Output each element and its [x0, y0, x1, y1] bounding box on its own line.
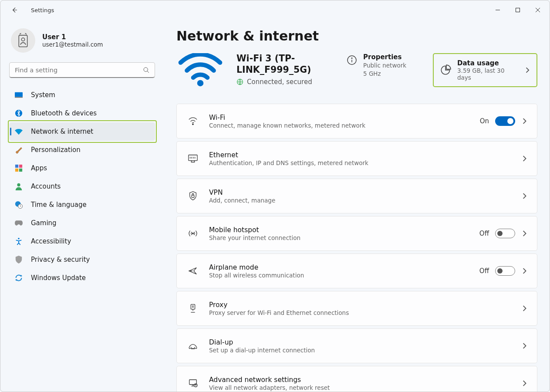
proxy-icon — [186, 304, 199, 313]
close-button[interactable] — [528, 3, 548, 17]
svg-point-22 — [192, 233, 194, 234]
chevron-right-icon — [524, 67, 530, 73]
sidebar-item-label: Accessibility — [31, 237, 71, 245]
chevron-right-icon — [521, 118, 527, 124]
card-title: Advanced network settings — [209, 376, 330, 384]
connection-name: Wi-Fi 3 (TP-LINK_F999_5G) — [236, 53, 334, 75]
svg-rect-8 — [19, 165, 22, 168]
search-icon — [143, 67, 150, 74]
card-sub: Set up a dial-up internet connection — [209, 347, 315, 354]
sidebar-item-accessibility[interactable]: Accessibility — [9, 232, 155, 250]
monitor-icon — [14, 91, 23, 99]
back-icon[interactable] — [11, 7, 18, 14]
sidebar-item-label: Windows Update — [31, 274, 86, 282]
svg-rect-9 — [15, 169, 18, 172]
chevron-right-icon — [521, 193, 527, 199]
shield-icon — [14, 255, 23, 264]
bluetooth-icon — [14, 109, 23, 118]
ethernet-icon — [186, 154, 199, 163]
svg-point-18 — [351, 58, 352, 59]
accessibility-icon — [14, 237, 23, 246]
wifi-icon — [186, 116, 199, 126]
airplane-icon — [186, 266, 199, 276]
sidebar-item-network[interactable]: Network & internet — [9, 122, 155, 141]
properties-block[interactable]: Properties Public network 5 GHz — [347, 53, 421, 78]
svg-point-2 — [21, 38, 24, 41]
advanced-icon — [186, 378, 199, 388]
svg-rect-0 — [516, 8, 520, 12]
hotspot-toggle[interactable] — [495, 229, 515, 238]
sidebar-item-windows-update[interactable]: Windows Update — [9, 269, 155, 287]
card-title: Wi-Fi — [209, 114, 365, 122]
app-name: Settings — [31, 7, 54, 14]
hotspot-icon — [186, 229, 199, 238]
person-icon — [14, 182, 23, 191]
sidebar-item-label: Apps — [31, 164, 47, 172]
card-mobile-hotspot[interactable]: Mobile hotspot Share your internet conne… — [176, 216, 537, 251]
info-icon — [347, 55, 357, 65]
main-panel: Network & internet Wi-Fi 3 (TP-LINK_F999… — [162, 20, 550, 392]
avatar — [11, 28, 35, 53]
sidebar-item-label: Gaming — [31, 219, 57, 227]
cards: Wi-Fi Connect, manage known networks, me… — [176, 104, 537, 392]
search-wrap — [9, 62, 155, 78]
svg-point-25 — [192, 348, 193, 349]
search-input[interactable] — [9, 62, 155, 78]
maximize-button[interactable] — [508, 3, 528, 17]
card-title: VPN — [209, 189, 275, 196]
profile-email: user1@testmail.com — [42, 41, 103, 48]
sidebar-item-privacy[interactable]: Privacy & security — [9, 250, 155, 269]
card-proxy[interactable]: Proxy Proxy server for Wi-Fi and Etherne… — [176, 291, 537, 326]
chevron-right-icon — [521, 230, 527, 237]
update-icon — [14, 274, 23, 282]
profile-block[interactable]: User 1 user1@testmail.com — [9, 27, 155, 62]
profile-name: User 1 — [42, 33, 103, 41]
svg-rect-7 — [15, 165, 18, 168]
brush-icon — [14, 145, 23, 154]
globe-secure-icon — [236, 78, 243, 85]
sidebar-item-label: Personalization — [31, 146, 81, 154]
chevron-right-icon — [521, 268, 527, 274]
gamepad-icon — [14, 219, 23, 227]
svg-point-3 — [144, 68, 148, 71]
connection-block[interactable]: Wi-Fi 3 (TP-LINK_F999_5G) Connected, sec… — [236, 53, 334, 86]
sidebar-item-label: Bluetooth & devices — [31, 109, 97, 117]
pie-icon — [440, 64, 451, 76]
toggle-label: Off — [479, 267, 489, 275]
wifi-toggle[interactable] — [495, 116, 515, 126]
data-usage-block[interactable]: Data usage 3.59 GB, last 30 days — [433, 53, 537, 87]
properties-title: Properties — [363, 53, 406, 61]
card-ethernet[interactable]: Ethernet Authentication, IP and DNS sett… — [176, 141, 537, 176]
chevron-right-icon — [521, 343, 527, 349]
card-title: Ethernet — [209, 151, 368, 159]
apps-icon — [14, 164, 23, 172]
sidebar-item-accounts[interactable]: Accounts — [9, 177, 155, 196]
card-wifi[interactable]: Wi-Fi Connect, manage known networks, me… — [176, 104, 537, 139]
card-sub: Stop all wireless communication — [209, 272, 304, 279]
sidebar-item-personalization[interactable]: Personalization — [9, 141, 155, 159]
wifi-large-icon — [176, 53, 224, 87]
sidebar-item-apps[interactable]: Apps — [9, 159, 155, 177]
svg-rect-23 — [191, 304, 195, 309]
sidebar-item-gaming[interactable]: Gaming — [9, 214, 155, 232]
sidebar-item-bluetooth[interactable]: Bluetooth & devices — [9, 104, 155, 122]
page-title: Network & internet — [176, 28, 537, 44]
toggle-label: Off — [479, 230, 489, 237]
sidebar-item-time-language[interactable]: Time & language — [9, 196, 155, 214]
status-row: Wi-Fi 3 (TP-LINK_F999_5G) Connected, sec… — [176, 53, 537, 87]
card-title: Mobile hotspot — [209, 226, 300, 234]
card-advanced[interactable]: Advanced network settings View all netwo… — [176, 366, 537, 392]
card-vpn[interactable]: VPN Add, connect, manage — [176, 179, 537, 213]
dialup-icon — [186, 341, 199, 351]
nav: System Bluetooth & devices Network & int… — [9, 86, 155, 287]
svg-rect-21 — [192, 195, 194, 198]
airplane-toggle[interactable] — [495, 266, 515, 276]
card-airplane-mode[interactable]: Airplane mode Stop all wireless communic… — [176, 253, 537, 288]
card-sub: Connect, manage known networks, metered … — [209, 122, 365, 129]
card-dialup[interactable]: Dial-up Set up a dial-up internet connec… — [176, 328, 537, 363]
chevron-right-icon — [521, 305, 527, 311]
svg-rect-5 — [15, 97, 23, 98]
minimize-button[interactable] — [488, 3, 508, 17]
sidebar-item-system[interactable]: System — [9, 86, 155, 104]
svg-point-15 — [197, 80, 204, 87]
